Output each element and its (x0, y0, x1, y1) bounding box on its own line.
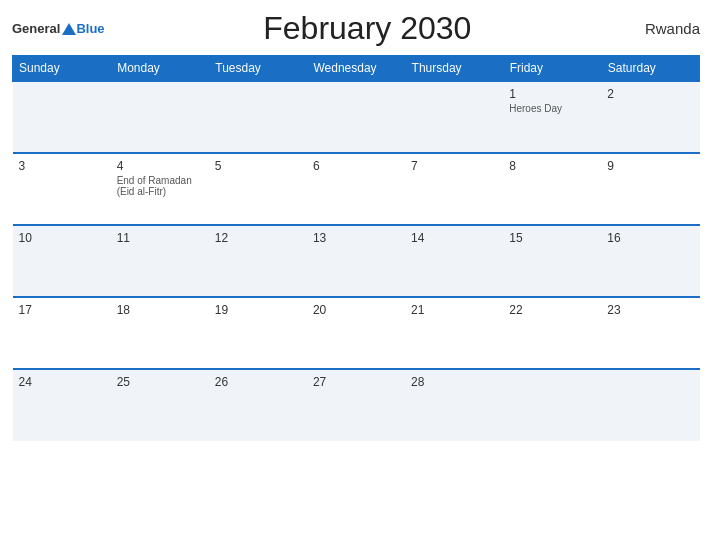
calendar-cell: 11 (111, 225, 209, 297)
day-number: 5 (215, 159, 301, 173)
header-tuesday: Tuesday (209, 56, 307, 82)
calendar-cell: 9 (601, 153, 699, 225)
day-number: 24 (19, 375, 105, 389)
calendar-cell (405, 81, 503, 153)
calendar-cell: 10 (13, 225, 111, 297)
day-number: 17 (19, 303, 105, 317)
calendar-header: General Blue February 2030 Rwanda (12, 10, 700, 47)
calendar-cell: 19 (209, 297, 307, 369)
day-number: 2 (607, 87, 693, 101)
day-number: 26 (215, 375, 301, 389)
calendar-cell: 8 (503, 153, 601, 225)
calendar-title: February 2030 (105, 10, 630, 47)
calendar-week-row: 17181920212223 (13, 297, 700, 369)
day-number: 7 (411, 159, 497, 173)
day-number: 19 (215, 303, 301, 317)
day-number: 10 (19, 231, 105, 245)
day-number: 21 (411, 303, 497, 317)
calendar-cell: 24 (13, 369, 111, 441)
calendar-cell: 4End of Ramadan (Eid al-Fitr) (111, 153, 209, 225)
header-thursday: Thursday (405, 56, 503, 82)
calendar-cell: 3 (13, 153, 111, 225)
header-sunday: Sunday (13, 56, 111, 82)
day-number: 13 (313, 231, 399, 245)
calendar-cell: 27 (307, 369, 405, 441)
day-number: 22 (509, 303, 595, 317)
calendar-cell (209, 81, 307, 153)
day-number: 3 (19, 159, 105, 173)
calendar-cell (601, 369, 699, 441)
calendar-cell: 7 (405, 153, 503, 225)
calendar-week-row: 10111213141516 (13, 225, 700, 297)
calendar-cell: 22 (503, 297, 601, 369)
calendar-cell: 17 (13, 297, 111, 369)
calendar-cell: 12 (209, 225, 307, 297)
calendar-cell: 20 (307, 297, 405, 369)
day-number: 15 (509, 231, 595, 245)
day-number: 27 (313, 375, 399, 389)
calendar-cell: 5 (209, 153, 307, 225)
calendar-cell: 14 (405, 225, 503, 297)
logo-general-text: General (12, 21, 60, 36)
day-number: 23 (607, 303, 693, 317)
calendar-cell: 13 (307, 225, 405, 297)
day-number: 16 (607, 231, 693, 245)
calendar-cell (307, 81, 405, 153)
day-number: 11 (117, 231, 203, 245)
calendar-cell: 21 (405, 297, 503, 369)
day-number: 8 (509, 159, 595, 173)
logo-triangle-icon (62, 23, 76, 35)
holiday-label: Heroes Day (509, 103, 595, 114)
header-wednesday: Wednesday (307, 56, 405, 82)
holiday-label: End of Ramadan (Eid al-Fitr) (117, 175, 203, 197)
day-number: 18 (117, 303, 203, 317)
weekday-header-row: Sunday Monday Tuesday Wednesday Thursday… (13, 56, 700, 82)
day-number: 28 (411, 375, 497, 389)
header-saturday: Saturday (601, 56, 699, 82)
day-number: 20 (313, 303, 399, 317)
calendar-cell (111, 81, 209, 153)
calendar-cell: 15 (503, 225, 601, 297)
calendar-cell: 6 (307, 153, 405, 225)
logo: General Blue (12, 21, 105, 36)
day-number: 12 (215, 231, 301, 245)
day-number: 1 (509, 87, 595, 101)
calendar-cell: 18 (111, 297, 209, 369)
header-friday: Friday (503, 56, 601, 82)
calendar-cell: 28 (405, 369, 503, 441)
calendar-table: Sunday Monday Tuesday Wednesday Thursday… (12, 55, 700, 441)
logo-blue-text: Blue (76, 21, 104, 36)
calendar-cell: 2 (601, 81, 699, 153)
calendar-cell: 23 (601, 297, 699, 369)
calendar-cell: 1Heroes Day (503, 81, 601, 153)
day-number: 9 (607, 159, 693, 173)
calendar-week-row: 2425262728 (13, 369, 700, 441)
country-label: Rwanda (630, 20, 700, 37)
calendar-week-row: 34End of Ramadan (Eid al-Fitr)56789 (13, 153, 700, 225)
calendar-cell: 26 (209, 369, 307, 441)
day-number: 6 (313, 159, 399, 173)
calendar-cell (503, 369, 601, 441)
header-monday: Monday (111, 56, 209, 82)
calendar-cell (13, 81, 111, 153)
day-number: 25 (117, 375, 203, 389)
calendar-cell: 25 (111, 369, 209, 441)
calendar-cell: 16 (601, 225, 699, 297)
calendar-container: General Blue February 2030 Rwanda Sunday… (0, 0, 712, 451)
day-number: 4 (117, 159, 203, 173)
calendar-week-row: 1Heroes Day2 (13, 81, 700, 153)
day-number: 14 (411, 231, 497, 245)
